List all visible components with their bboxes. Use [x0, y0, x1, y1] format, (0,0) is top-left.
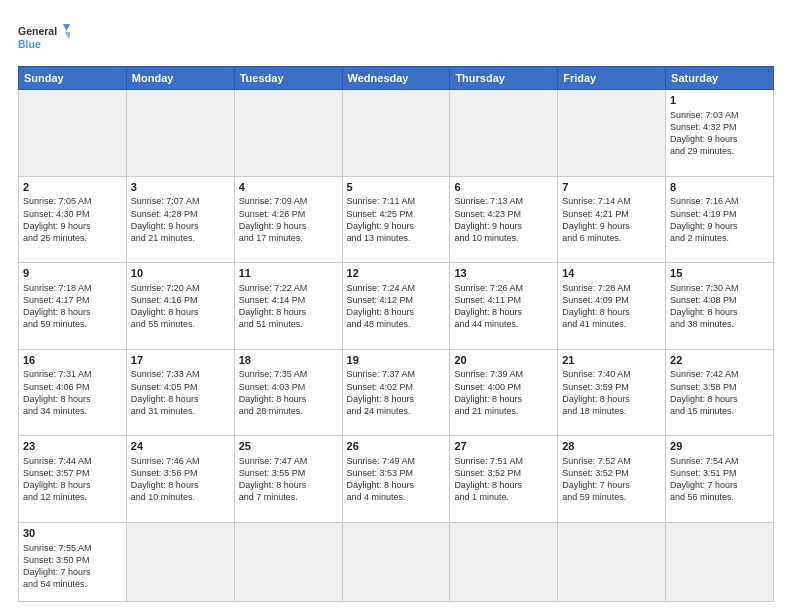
day-info: Sunrise: 7:46 AM Sunset: 3:56 PM Dayligh… [131, 455, 230, 504]
calendar-cell [558, 90, 666, 177]
day-number: 22 [670, 353, 769, 368]
day-number: 21 [562, 353, 661, 368]
calendar-cell [666, 522, 774, 601]
calendar-cell: 27Sunrise: 7:51 AM Sunset: 3:52 PM Dayli… [450, 436, 558, 523]
calendar-cell: 25Sunrise: 7:47 AM Sunset: 3:55 PM Dayli… [234, 436, 342, 523]
day-number: 3 [131, 180, 230, 195]
calendar-cell [558, 522, 666, 601]
calendar-cell: 12Sunrise: 7:24 AM Sunset: 4:12 PM Dayli… [342, 263, 450, 350]
svg-marker-2 [63, 24, 70, 31]
calendar-cell: 1Sunrise: 7:03 AM Sunset: 4:32 PM Daylig… [666, 90, 774, 177]
calendar-cell [234, 522, 342, 601]
calendar-cell: 6Sunrise: 7:13 AM Sunset: 4:23 PM Daylig… [450, 176, 558, 263]
calendar-cell [126, 522, 234, 601]
day-info: Sunrise: 7:52 AM Sunset: 3:52 PM Dayligh… [562, 455, 661, 504]
calendar-cell: 29Sunrise: 7:54 AM Sunset: 3:51 PM Dayli… [666, 436, 774, 523]
day-info: Sunrise: 7:18 AM Sunset: 4:17 PM Dayligh… [23, 282, 122, 331]
day-number: 17 [131, 353, 230, 368]
calendar-cell: 13Sunrise: 7:26 AM Sunset: 4:11 PM Dayli… [450, 263, 558, 350]
calendar-cell: 9Sunrise: 7:18 AM Sunset: 4:17 PM Daylig… [19, 263, 127, 350]
calendar-cell: 23Sunrise: 7:44 AM Sunset: 3:57 PM Dayli… [19, 436, 127, 523]
day-info: Sunrise: 7:54 AM Sunset: 3:51 PM Dayligh… [670, 455, 769, 504]
calendar-cell [450, 90, 558, 177]
day-info: Sunrise: 7:40 AM Sunset: 3:59 PM Dayligh… [562, 368, 661, 417]
day-info: Sunrise: 7:20 AM Sunset: 4:16 PM Dayligh… [131, 282, 230, 331]
day-info: Sunrise: 7:31 AM Sunset: 4:06 PM Dayligh… [23, 368, 122, 417]
calendar-week-4: 23Sunrise: 7:44 AM Sunset: 3:57 PM Dayli… [19, 436, 774, 523]
calendar-cell: 2Sunrise: 7:05 AM Sunset: 4:30 PM Daylig… [19, 176, 127, 263]
day-info: Sunrise: 7:55 AM Sunset: 3:50 PM Dayligh… [23, 542, 122, 591]
day-info: Sunrise: 7:05 AM Sunset: 4:30 PM Dayligh… [23, 195, 122, 244]
calendar-cell: 14Sunrise: 7:28 AM Sunset: 4:09 PM Dayli… [558, 263, 666, 350]
day-number: 14 [562, 266, 661, 281]
day-number: 26 [347, 439, 446, 454]
day-number: 28 [562, 439, 661, 454]
day-info: Sunrise: 7:44 AM Sunset: 3:57 PM Dayligh… [23, 455, 122, 504]
calendar-cell: 19Sunrise: 7:37 AM Sunset: 4:02 PM Dayli… [342, 349, 450, 436]
calendar-cell: 5Sunrise: 7:11 AM Sunset: 4:25 PM Daylig… [342, 176, 450, 263]
calendar-cell: 28Sunrise: 7:52 AM Sunset: 3:52 PM Dayli… [558, 436, 666, 523]
calendar-cell: 21Sunrise: 7:40 AM Sunset: 3:59 PM Dayli… [558, 349, 666, 436]
day-number: 4 [239, 180, 338, 195]
calendar-week-5: 30Sunrise: 7:55 AM Sunset: 3:50 PM Dayli… [19, 522, 774, 601]
calendar-cell: 16Sunrise: 7:31 AM Sunset: 4:06 PM Dayli… [19, 349, 127, 436]
day-number: 19 [347, 353, 446, 368]
svg-text:Blue: Blue [18, 38, 41, 50]
calendar-cell [342, 90, 450, 177]
weekday-thursday: Thursday [450, 67, 558, 90]
day-number: 5 [347, 180, 446, 195]
day-number: 20 [454, 353, 553, 368]
day-number: 11 [239, 266, 338, 281]
header: General Blue [18, 18, 774, 58]
day-info: Sunrise: 7:22 AM Sunset: 4:14 PM Dayligh… [239, 282, 338, 331]
calendar-cell: 4Sunrise: 7:09 AM Sunset: 4:26 PM Daylig… [234, 176, 342, 263]
day-info: Sunrise: 7:49 AM Sunset: 3:53 PM Dayligh… [347, 455, 446, 504]
calendar-cell: 7Sunrise: 7:14 AM Sunset: 4:21 PM Daylig… [558, 176, 666, 263]
day-info: Sunrise: 7:26 AM Sunset: 4:11 PM Dayligh… [454, 282, 553, 331]
day-info: Sunrise: 7:37 AM Sunset: 4:02 PM Dayligh… [347, 368, 446, 417]
day-info: Sunrise: 7:11 AM Sunset: 4:25 PM Dayligh… [347, 195, 446, 244]
day-number: 29 [670, 439, 769, 454]
calendar-cell: 22Sunrise: 7:42 AM Sunset: 3:58 PM Dayli… [666, 349, 774, 436]
day-number: 30 [23, 526, 122, 541]
logo: General Blue [18, 22, 70, 58]
calendar-cell: 26Sunrise: 7:49 AM Sunset: 3:53 PM Dayli… [342, 436, 450, 523]
weekday-tuesday: Tuesday [234, 67, 342, 90]
calendar-week-2: 9Sunrise: 7:18 AM Sunset: 4:17 PM Daylig… [19, 263, 774, 350]
calendar-week-1: 2Sunrise: 7:05 AM Sunset: 4:30 PM Daylig… [19, 176, 774, 263]
day-number: 16 [23, 353, 122, 368]
day-number: 25 [239, 439, 338, 454]
day-number: 10 [131, 266, 230, 281]
day-info: Sunrise: 7:28 AM Sunset: 4:09 PM Dayligh… [562, 282, 661, 331]
calendar-cell [126, 90, 234, 177]
svg-text:General: General [18, 25, 57, 37]
weekday-header-row: SundayMondayTuesdayWednesdayThursdayFrid… [19, 67, 774, 90]
calendar-cell: 15Sunrise: 7:30 AM Sunset: 4:08 PM Dayli… [666, 263, 774, 350]
day-info: Sunrise: 7:30 AM Sunset: 4:08 PM Dayligh… [670, 282, 769, 331]
day-number: 24 [131, 439, 230, 454]
day-number: 27 [454, 439, 553, 454]
weekday-wednesday: Wednesday [342, 67, 450, 90]
calendar-cell: 18Sunrise: 7:35 AM Sunset: 4:03 PM Dayli… [234, 349, 342, 436]
weekday-sunday: Sunday [19, 67, 127, 90]
day-info: Sunrise: 7:03 AM Sunset: 4:32 PM Dayligh… [670, 109, 769, 158]
weekday-saturday: Saturday [666, 67, 774, 90]
logo-svg: General Blue [18, 22, 70, 58]
weekday-friday: Friday [558, 67, 666, 90]
calendar-cell [234, 90, 342, 177]
day-info: Sunrise: 7:14 AM Sunset: 4:21 PM Dayligh… [562, 195, 661, 244]
weekday-monday: Monday [126, 67, 234, 90]
calendar-cell: 10Sunrise: 7:20 AM Sunset: 4:16 PM Dayli… [126, 263, 234, 350]
day-info: Sunrise: 7:51 AM Sunset: 3:52 PM Dayligh… [454, 455, 553, 504]
day-number: 8 [670, 180, 769, 195]
day-info: Sunrise: 7:33 AM Sunset: 4:05 PM Dayligh… [131, 368, 230, 417]
day-number: 13 [454, 266, 553, 281]
day-number: 7 [562, 180, 661, 195]
day-info: Sunrise: 7:16 AM Sunset: 4:19 PM Dayligh… [670, 195, 769, 244]
day-number: 2 [23, 180, 122, 195]
calendar-cell: 17Sunrise: 7:33 AM Sunset: 4:05 PM Dayli… [126, 349, 234, 436]
day-number: 12 [347, 266, 446, 281]
calendar-week-3: 16Sunrise: 7:31 AM Sunset: 4:06 PM Dayli… [19, 349, 774, 436]
page: General Blue SundayMondayTuesdayWednesda… [0, 0, 792, 612]
day-info: Sunrise: 7:07 AM Sunset: 4:28 PM Dayligh… [131, 195, 230, 244]
